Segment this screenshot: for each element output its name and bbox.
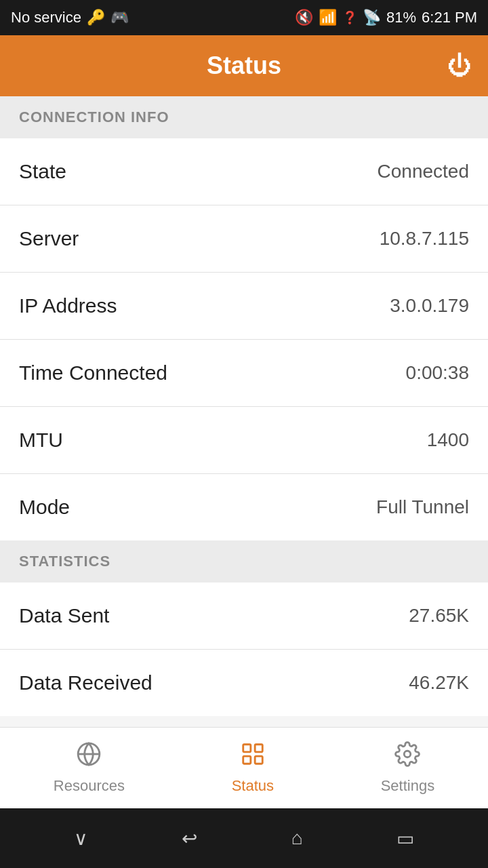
time-text: 6:21 PM xyxy=(422,9,477,26)
connection-row-label: MTU xyxy=(19,429,63,452)
recents-button[interactable]: ▭ xyxy=(396,827,414,850)
connection-info-row: MTU 1400 xyxy=(0,407,488,474)
statistics-row: Data Sent 27.65K xyxy=(0,583,488,650)
connection-row-value: 1400 xyxy=(427,429,469,451)
statistics-row-value: 27.65K xyxy=(409,605,469,627)
mute-icon: 🔇 xyxy=(295,9,313,26)
connection-row-value: 10.8.7.115 xyxy=(380,228,469,250)
battery-text: 81% xyxy=(386,9,416,26)
svg-rect-2 xyxy=(243,745,251,752)
statistics-row-label: Data Sent xyxy=(19,604,109,627)
back-button[interactable]: ↩ xyxy=(182,827,197,850)
status-icon xyxy=(240,741,266,773)
resources-icon xyxy=(76,741,102,773)
status-bar: No service 🔑 🎮 🔇 📶 ❓ 📡 81% 6:21 PM xyxy=(0,0,488,35)
resources-label: Resources xyxy=(54,777,125,795)
status-bar-right: 🔇 📶 ❓ 📡 81% 6:21 PM xyxy=(295,9,477,26)
connection-row-value: Full Tunnel xyxy=(376,496,469,518)
statistics-row-value: 46.27K xyxy=(409,672,469,694)
key-icon: 🔑 xyxy=(87,9,105,26)
connection-row-value: Connected xyxy=(378,161,469,182)
statistics-row: Data Received 46.27K xyxy=(0,650,488,716)
connection-info-row: State Connected xyxy=(0,138,488,205)
bottom-nav: Resources Status Settings xyxy=(0,727,488,808)
menu-down-icon[interactable]: ∨ xyxy=(74,827,88,850)
main-content: CONNECTION INFO State Connected Server 1… xyxy=(0,96,488,727)
game-icon: 🎮 xyxy=(110,9,129,26)
connection-info-row: Mode Full Tunnel xyxy=(0,474,488,540)
connection-row-label: Mode xyxy=(19,496,70,519)
connection-info-section-header: CONNECTION INFO xyxy=(0,96,488,138)
status-bar-left: No service 🔑 🎮 xyxy=(11,9,129,26)
connection-info-row: Time Connected 0:00:38 xyxy=(0,340,488,407)
status-label: Status xyxy=(232,777,274,795)
connection-row-label: State xyxy=(19,160,66,183)
home-button[interactable]: ⌂ xyxy=(291,827,303,849)
statistics-section-header: STATISTICS xyxy=(0,540,488,583)
app-header: Status ⏻ xyxy=(0,35,488,96)
connection-info-rows: State Connected Server 10.8.7.115 IP Add… xyxy=(0,138,488,540)
header-title: Status xyxy=(207,52,281,80)
carrier-text: No service xyxy=(11,9,81,26)
question-icon: ❓ xyxy=(342,10,357,25)
statistics-rows: Data Sent 27.65K Data Received 46.27K xyxy=(0,583,488,716)
settings-icon xyxy=(394,741,420,773)
svg-point-6 xyxy=(405,751,411,757)
wifi-icon: 📶 xyxy=(319,9,337,26)
nav-item-resources[interactable]: Resources xyxy=(33,734,145,802)
connection-row-label: IP Address xyxy=(19,294,117,317)
connection-row-label: Server xyxy=(19,227,79,250)
signal-icon: 📡 xyxy=(363,9,381,26)
connection-info-row: IP Address 3.0.0.179 xyxy=(0,273,488,340)
connection-row-value: 0:00:38 xyxy=(406,362,469,384)
svg-rect-4 xyxy=(243,756,251,764)
android-nav[interactable]: ∨ ↩ ⌂ ▭ xyxy=(0,808,488,868)
nav-item-status[interactable]: Status xyxy=(211,734,294,802)
power-button[interactable]: ⏻ xyxy=(447,52,472,80)
svg-rect-5 xyxy=(255,756,262,764)
statistics-row-label: Data Received xyxy=(19,671,152,694)
connection-info-row: Server 10.8.7.115 xyxy=(0,205,488,273)
connection-row-value: 3.0.0.179 xyxy=(390,295,469,317)
svg-rect-3 xyxy=(255,745,262,752)
settings-label: Settings xyxy=(381,777,435,795)
connection-row-label: Time Connected xyxy=(19,361,167,384)
nav-item-settings[interactable]: Settings xyxy=(361,734,455,802)
